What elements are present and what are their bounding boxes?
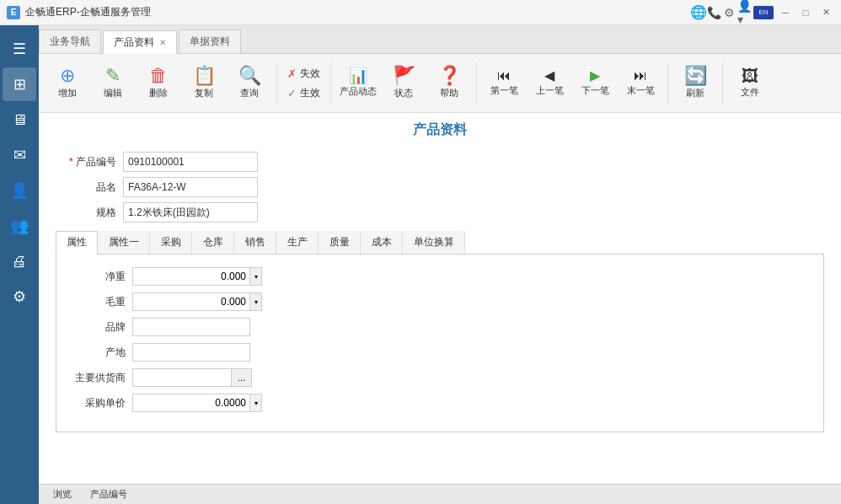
spec-label: 规格 [56, 206, 123, 220]
first-button[interactable]: ⏮ 第一笔 [482, 59, 526, 108]
status-bar: 浏览 产品编号 [39, 484, 841, 504]
sidebar-item-monitor[interactable]: 🖥 [3, 103, 36, 137]
title-bar-controls: 🌐 📞 ⚙ 👤▾ EN ─ □ ✕ [693, 4, 834, 21]
edit-icon: ✎ [105, 67, 121, 85]
prev-button[interactable]: ◀ 上一笔 [528, 59, 571, 108]
sidebar-item-mail[interactable]: ✉ [3, 138, 36, 172]
product-dynamics-button[interactable]: 📊 产品动态 [336, 59, 380, 108]
maximize-button[interactable]: □ [797, 4, 814, 21]
tab-cost[interactable]: 成本 [361, 231, 403, 254]
status-product-code[interactable]: 产品编号 [83, 485, 135, 503]
flag-icon: 🚩 [393, 67, 415, 85]
app-icon: E [7, 6, 20, 19]
status-button[interactable]: 🚩 状态 [382, 59, 426, 108]
tab-sales[interactable]: 销售 [234, 231, 276, 254]
title-bar: E 企畅通ERP-企畅通服务管理 🌐 📞 ⚙ 👤▾ EN ─ □ ✕ [0, 0, 841, 25]
net-weight-input-group: ▾ [132, 267, 262, 286]
panel-tabs: 属性 属性一 采购 仓库 销售 生产 质量 成本 单位换算 [56, 231, 824, 255]
brand-label: 品牌 [65, 320, 132, 335]
purchase-price-spinner[interactable]: ▾ [250, 394, 262, 412]
sidebar-item-group[interactable]: 👥 [3, 209, 36, 243]
language-flag[interactable]: EN [753, 6, 774, 19]
form-section: * 产品编号 品名 规格 [56, 152, 824, 223]
name-row: 品名 [56, 177, 824, 197]
minimize-button[interactable]: ─ [777, 4, 794, 21]
purchase-price-row: 采购单价 ▾ [65, 394, 815, 412]
invalid-icon: ✗ [287, 67, 297, 80]
gross-weight-spinner[interactable]: ▾ [250, 292, 262, 311]
tab-attributes[interactable]: 属性 [56, 231, 98, 255]
user-menu-icon[interactable]: 👤▾ [738, 7, 750, 19]
help-button[interactable]: ❓ 帮助 [427, 59, 471, 108]
menu-icon: ☰ [13, 41, 26, 56]
spec-input[interactable] [123, 202, 258, 223]
copy-icon: 📋 [193, 67, 216, 85]
net-weight-row: 净重 ▾ [65, 267, 815, 286]
phone-icon[interactable]: 📞 [708, 7, 720, 19]
close-button[interactable]: ✕ [817, 4, 834, 21]
search-icon: 🔍 [238, 67, 261, 85]
gross-weight-input[interactable] [132, 292, 250, 311]
sidebar-item-user[interactable]: 👤 [3, 174, 36, 207]
tab-purchase[interactable]: 采购 [150, 231, 192, 254]
name-input[interactable] [123, 177, 258, 197]
tab-close-icon[interactable]: ✕ [159, 38, 166, 47]
sidebar-item-grid[interactable]: ⊞ [3, 67, 36, 101]
purchase-price-input-group: ▾ [132, 394, 262, 412]
valid-button[interactable]: ✓ 生效 [282, 84, 325, 102]
file-icon: 🖼 [742, 67, 758, 84]
tab-business-nav[interactable]: 业务导航 [39, 29, 101, 53]
mail-icon: ✉ [13, 147, 26, 163]
supplier-lookup-button[interactable]: ... [232, 368, 252, 387]
net-weight-input[interactable] [132, 267, 250, 286]
brand-input[interactable] [132, 318, 250, 336]
refresh-icon: 🔄 [684, 67, 707, 85]
product-code-input[interactable] [123, 152, 258, 172]
gross-weight-row: 毛重 ▾ [65, 292, 815, 311]
next-button[interactable]: ▶ 下一笔 [573, 59, 617, 108]
tab-document[interactable]: 单据资料 [179, 29, 241, 53]
sidebar-item-menu[interactable]: ☰ [3, 32, 36, 66]
supplier-input[interactable] [132, 368, 232, 387]
tab-production[interactable]: 生产 [276, 231, 319, 254]
separator-5 [722, 62, 723, 105]
edit-button[interactable]: ✎ 编辑 [91, 59, 135, 108]
title-bar-text: 企畅通ERP-企畅通服务管理 [25, 5, 688, 19]
net-weight-spinner[interactable]: ▾ [250, 267, 262, 286]
origin-input[interactable] [132, 343, 250, 362]
prev-icon: ◀ [544, 69, 554, 83]
origin-row: 产地 [65, 343, 815, 362]
supplier-label: 主要供货商 [65, 371, 132, 385]
separator-4 [667, 62, 668, 105]
sidebar-item-settings[interactable]: ⚙ [3, 280, 36, 314]
supplier-row: 主要供货商 ... [65, 368, 815, 387]
copy-button[interactable]: 📋 复制 [182, 59, 226, 108]
add-icon: ⊕ [60, 67, 75, 85]
name-label: 品名 [56, 180, 123, 195]
tab-product-info[interactable]: 产品资料 ✕ [103, 30, 177, 54]
file-button[interactable]: 🖼 文件 [728, 59, 772, 108]
settings-icon[interactable]: ⚙ [723, 7, 735, 19]
invalid-button[interactable]: ✗ 失效 [282, 65, 325, 83]
tab-unit-conversion[interactable]: 单位换算 [403, 231, 465, 254]
delete-button[interactable]: 🗑 删除 [137, 59, 180, 108]
gear-icon: ⚙ [13, 289, 26, 304]
purchase-price-input[interactable] [132, 394, 250, 412]
toolbar: ⊕ 增加 ✎ 编辑 🗑 删除 📋 复制 🔍 查询 ✗ [39, 54, 841, 113]
monitor-icon: 🖥 [12, 112, 27, 127]
status-browse[interactable]: 浏览 [46, 485, 79, 503]
purchase-price-label: 采购单价 [65, 396, 132, 410]
refresh-button[interactable]: 🔄 刷新 [673, 59, 717, 108]
tab-attributes-one[interactable]: 属性一 [98, 231, 150, 254]
separator-2 [330, 62, 331, 105]
last-button[interactable]: ⏭ 末一笔 [619, 59, 662, 108]
next-icon: ▶ [590, 69, 600, 83]
gross-weight-input-group: ▾ [132, 292, 262, 311]
globe-icon[interactable]: 🌐 [693, 7, 704, 19]
search-button[interactable]: 🔍 查询 [228, 59, 271, 108]
tab-quality[interactable]: 质量 [319, 231, 361, 254]
tab-warehouse[interactable]: 仓库 [192, 231, 234, 254]
sidebar-item-print[interactable]: 🖨 [3, 244, 36, 278]
grid-icon: ⊞ [13, 77, 26, 92]
add-button[interactable]: ⊕ 增加 [46, 59, 89, 108]
